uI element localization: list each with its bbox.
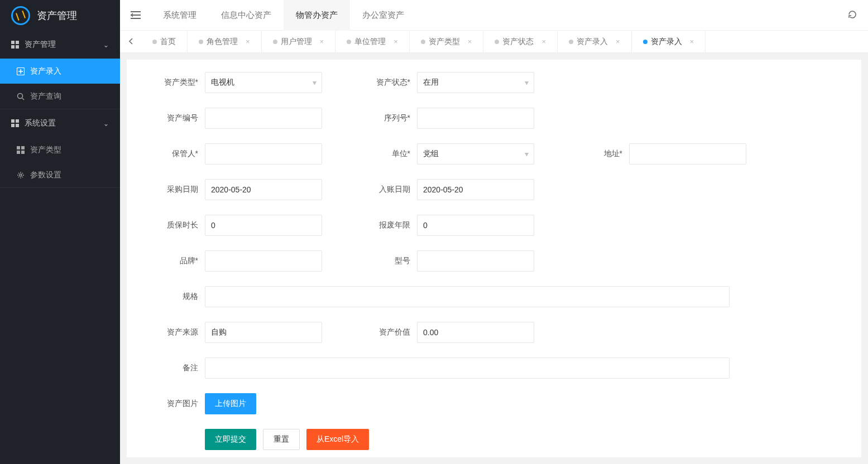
header-bar: 系统管理 信息中心资产 物管办资产 办公室资产 bbox=[120, 0, 868, 31]
tab[interactable]: 资产状态× bbox=[483, 31, 558, 53]
svg-rect-8 bbox=[11, 124, 15, 127]
label-spec: 规格 bbox=[143, 292, 205, 302]
tab-close[interactable]: × bbox=[320, 37, 324, 46]
main: 资产管理 ⌃ 资产录入 资产查询 系统设置 ⌃ bbox=[0, 31, 868, 464]
logo-area: 资产管理 bbox=[0, 6, 120, 25]
tab-dot-icon bbox=[152, 40, 157, 44]
refresh-button[interactable] bbox=[837, 10, 868, 21]
app-title: 资产管理 bbox=[37, 9, 77, 22]
gear-icon bbox=[17, 171, 25, 179]
grid-icon bbox=[11, 119, 19, 127]
select-unit[interactable] bbox=[417, 143, 534, 165]
input-purchase-date[interactable] bbox=[205, 179, 322, 200]
sidebar-item-label: 资产录入 bbox=[30, 66, 61, 76]
label-model: 型号 bbox=[356, 256, 417, 266]
label-remark: 备注 bbox=[143, 363, 205, 373]
top-nav-item[interactable]: 物管办资产 bbox=[284, 0, 350, 31]
label-entry-date: 入账日期 bbox=[356, 185, 417, 195]
svg-rect-0 bbox=[11, 41, 15, 44]
select-asset-type[interactable] bbox=[205, 72, 322, 93]
label-brand: 品牌* bbox=[143, 256, 205, 266]
tab[interactable]: 角色管理× bbox=[188, 31, 262, 53]
chevron-up-icon: ⌃ bbox=[103, 41, 109, 49]
top-nav-item[interactable]: 信息中心资产 bbox=[209, 0, 284, 31]
select-asset-status[interactable] bbox=[417, 72, 534, 93]
svg-point-5 bbox=[18, 93, 23, 98]
label-price: 资产价值 bbox=[356, 327, 417, 337]
collapse-icon bbox=[131, 11, 141, 19]
svg-rect-6 bbox=[11, 119, 15, 123]
chevron-left-icon bbox=[128, 37, 133, 46]
tab-dot-icon bbox=[347, 40, 351, 44]
submit-button[interactable]: 立即提交 bbox=[205, 429, 256, 450]
label-asset-type: 资产类型* bbox=[143, 78, 205, 88]
tabbar: 首页 角色管理× 用户管理× 单位管理× 资产类型× 资产状态× 资产录入× 资… bbox=[120, 31, 868, 53]
input-warranty[interactable] bbox=[205, 215, 322, 236]
label-asset-no: 资产编号 bbox=[143, 113, 205, 123]
input-price[interactable] bbox=[417, 322, 534, 343]
input-brand[interactable] bbox=[205, 250, 322, 272]
tab[interactable]: 单位管理× bbox=[335, 31, 410, 53]
content: 首页 角色管理× 用户管理× 单位管理× 资产类型× 资产状态× 资产录入× 资… bbox=[120, 31, 868, 464]
tab[interactable]: 资产录入× bbox=[558, 31, 632, 53]
sidebar-group-header[interactable]: 系统设置 ⌃ bbox=[0, 109, 120, 137]
tab-close[interactable]: × bbox=[616, 37, 620, 46]
tab-close[interactable]: × bbox=[394, 37, 398, 46]
tabs: 首页 角色管理× 用户管理× 单位管理× 资产类型× 资产状态× 资产录入× 资… bbox=[141, 31, 706, 53]
label-source: 资产来源 bbox=[143, 327, 205, 337]
tab[interactable]: 用户管理× bbox=[262, 31, 336, 53]
sidebar-item-label: 资产查询 bbox=[30, 91, 61, 102]
input-keeper[interactable] bbox=[205, 143, 322, 165]
tab-dot-icon bbox=[199, 40, 203, 44]
sidebar-item-asset-type[interactable]: 资产类型 bbox=[0, 137, 120, 162]
svg-rect-1 bbox=[16, 41, 19, 44]
sidebar-item-asset-query[interactable]: 资产查询 bbox=[0, 84, 120, 109]
sidebar-item-asset-entry[interactable]: 资产录入 bbox=[0, 59, 120, 84]
sidebar-group: 系统设置 ⌃ 资产类型 参数设置 bbox=[0, 109, 120, 188]
input-model[interactable] bbox=[417, 250, 534, 272]
input-asset-no[interactable] bbox=[205, 108, 322, 129]
tab-scroll-left[interactable] bbox=[120, 31, 141, 53]
label-address: 地址* bbox=[568, 149, 629, 159]
sidebar-toggle[interactable] bbox=[120, 0, 151, 31]
sidebar: 资产管理 ⌃ 资产录入 资产查询 系统设置 ⌃ bbox=[0, 31, 120, 464]
tab-dot-icon bbox=[495, 40, 499, 44]
grid-icon bbox=[11, 41, 19, 49]
tab-close[interactable]: × bbox=[246, 37, 250, 46]
tab-close[interactable]: × bbox=[541, 37, 546, 46]
svg-rect-11 bbox=[21, 146, 25, 149]
tab-close[interactable]: × bbox=[690, 37, 694, 46]
sidebar-group-header[interactable]: 资产管理 ⌃ bbox=[0, 31, 120, 59]
label-scrap-year: 报废年限 bbox=[356, 220, 417, 230]
tab-dot-icon bbox=[643, 40, 648, 44]
sidebar-item-label: 参数设置 bbox=[30, 170, 61, 180]
reset-button[interactable]: 重置 bbox=[263, 429, 300, 450]
top-nav-item[interactable]: 办公室资产 bbox=[350, 0, 416, 31]
input-scrap-year[interactable] bbox=[417, 215, 534, 236]
tab[interactable]: 资产类型× bbox=[410, 31, 484, 53]
input-address[interactable] bbox=[629, 143, 746, 165]
svg-rect-3 bbox=[16, 45, 19, 49]
tab-dot-icon bbox=[421, 40, 425, 44]
label-keeper: 保管人* bbox=[143, 149, 205, 159]
top-nav-item[interactable]: 系统管理 bbox=[151, 0, 209, 31]
import-button[interactable]: 从Excel导入 bbox=[306, 429, 369, 450]
sidebar-item-param-setting[interactable]: 参数设置 bbox=[0, 162, 120, 187]
input-serial-no[interactable] bbox=[417, 108, 534, 129]
tab[interactable]: 资产录入× bbox=[632, 31, 706, 53]
svg-rect-13 bbox=[21, 151, 25, 154]
search-icon bbox=[17, 93, 25, 100]
upload-button[interactable]: 上传图片 bbox=[205, 393, 256, 414]
input-entry-date[interactable] bbox=[417, 179, 534, 200]
grid-icon bbox=[17, 146, 25, 154]
chevron-up-icon: ⌃ bbox=[103, 119, 109, 127]
input-spec[interactable] bbox=[205, 286, 730, 307]
tab-close[interactable]: × bbox=[468, 37, 472, 46]
top-nav: 系统管理 信息中心资产 物管办资产 办公室资产 bbox=[151, 0, 416, 31]
input-source[interactable] bbox=[205, 322, 322, 343]
input-remark[interactable] bbox=[205, 357, 730, 379]
form-page: 资产类型* ▾ 资产状态* ▾ 资产编号 序列号* bbox=[127, 60, 861, 457]
tab[interactable]: 首页 bbox=[141, 31, 188, 53]
tab-dot-icon bbox=[273, 40, 277, 44]
svg-rect-2 bbox=[11, 45, 15, 49]
